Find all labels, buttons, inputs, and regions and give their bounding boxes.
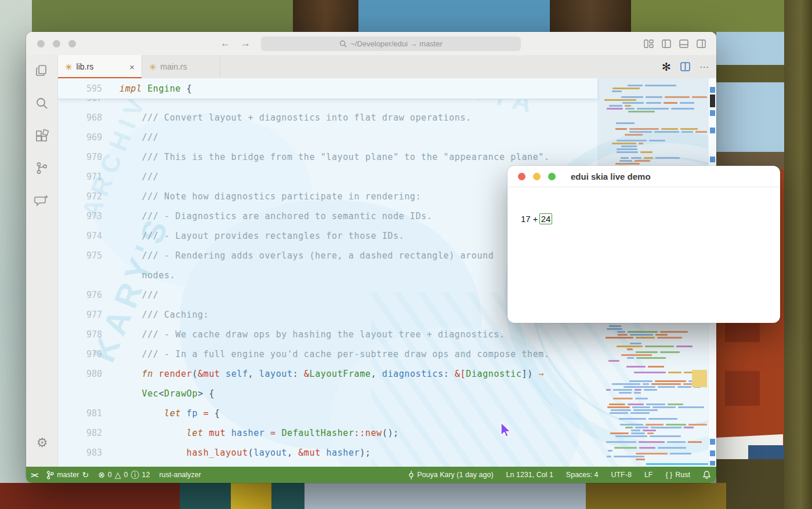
desktop-wallpaper: ← → ~/Developer/edui → master ✳ lib.rs ×: [0, 0, 812, 509]
toggle-secondary-sidebar-icon[interactable]: [697, 39, 706, 48]
demo-window: edui skia live demo 17 + 24: [507, 166, 780, 323]
titlebar[interactable]: ← → ~/Developer/edui → master: [26, 32, 716, 55]
ruler-mark: [710, 157, 715, 162]
line-number: 974: [58, 226, 102, 246]
line-number: 979: [58, 344, 102, 364]
minimap-cyan-marker: [646, 463, 708, 465]
chat-icon[interactable]: [34, 192, 50, 209]
line-number: 977: [58, 305, 102, 325]
code-line: 979 /// - In a full engine you'd cache p…: [58, 344, 597, 364]
commit-icon: [408, 471, 414, 479]
forward-icon[interactable]: →: [241, 38, 251, 49]
wallpaper-bottom-water: [304, 483, 586, 509]
code-line: 978 /// - We cache draw ops by hashing t…: [58, 325, 597, 344]
rust-analyzer-status[interactable]: rust-analyzer: [159, 471, 201, 479]
error-icon: ⊗: [98, 471, 105, 479]
ruler-mark: [710, 461, 715, 466]
ruler-mark: [710, 450, 715, 456]
eol-setting[interactable]: LF: [644, 471, 653, 479]
toggle-panel-icon[interactable]: [679, 39, 688, 48]
close-window-button[interactable]: [518, 173, 525, 180]
expression-boxed-value[interactable]: 24: [539, 213, 553, 224]
line-number: 976: [58, 285, 102, 305]
zoom-window-button[interactable]: [548, 173, 556, 180]
line-number: 982: [58, 423, 102, 443]
extensions-icon[interactable]: [34, 128, 50, 144]
branch-name: master: [57, 471, 79, 479]
sync-icon[interactable]: ↻: [82, 471, 89, 479]
code-line: Vec<DrawOp> {: [58, 384, 597, 403]
ruler-mark: [710, 439, 715, 445]
ruler-mark: [710, 110, 715, 116]
wallpaper-bottom-maroon: [0, 483, 180, 509]
command-center-search[interactable]: ~/Developer/edui → master: [261, 37, 521, 51]
status-bar: >< master ↻ ⊗0 △0 ⓘ12 rust-analyzer Pouy…: [26, 467, 716, 483]
customize-layout-icon[interactable]: [644, 39, 654, 48]
wallpaper-top-blue: [358, 0, 550, 35]
indentation-setting[interactable]: Spaces: 4: [566, 471, 599, 479]
encoding-setting[interactable]: UTF-8: [611, 471, 631, 479]
zoom-window-button[interactable]: [68, 40, 76, 48]
window-controls[interactable]: [37, 40, 76, 48]
wallpaper-top-brown2: [550, 0, 631, 35]
source-control-icon[interactable]: [34, 160, 50, 176]
close-window-button[interactable]: [37, 40, 45, 48]
back-icon[interactable]: ←: [220, 38, 230, 49]
remote-indicator[interactable]: ><: [31, 471, 37, 479]
wallpaper-bottom-yellow: [231, 483, 271, 509]
code-line: 981 let fp = {: [58, 403, 597, 423]
line-number: 981: [58, 403, 102, 423]
code-line: 595impl Engine {: [58, 78, 597, 99]
demo-window-title: edui skia live demo: [571, 172, 651, 181]
ruler-mark: [710, 94, 715, 107]
settings-gear-icon[interactable]: ⚙: [26, 435, 58, 450]
line-number: 980: [58, 364, 102, 384]
search-view-icon[interactable]: [34, 95, 50, 111]
code-line: 970 /// This is the bridge from the "lay…: [58, 147, 597, 167]
branch-indicator[interactable]: master ↻: [46, 471, 89, 479]
minimize-window-button[interactable]: [53, 40, 60, 48]
line-number: 595: [58, 78, 102, 99]
sticky-line: 595impl Engine {: [58, 78, 597, 99]
line-number: 970: [58, 147, 102, 167]
ruler-mark: [710, 87, 715, 93]
line-number: 975: [58, 246, 102, 266]
wallpaper-top-olive: [32, 0, 293, 35]
explorer-icon[interactable]: [34, 63, 50, 79]
wallpaper-frame: [784, 0, 812, 509]
toggle-sidebar-icon[interactable]: [662, 39, 671, 48]
warning-icon: △: [115, 471, 121, 479]
demo-expression: 17 + 24: [521, 213, 552, 224]
cursor-position[interactable]: Ln 1231, Col 1: [506, 471, 553, 479]
wallpaper-window-patch: [725, 371, 760, 406]
language-mode[interactable]: { }Rust: [665, 471, 690, 479]
code-line: 980 fn render(&mut self, layout: &Layout…: [58, 364, 597, 384]
git-blame-info[interactable]: Pouya Kary (1 day ago): [408, 471, 493, 479]
notifications-bell[interactable]: [703, 471, 710, 479]
search-icon: [339, 40, 347, 48]
info-icon: ⓘ: [131, 471, 139, 479]
wallpaper-bottom-khaki: [586, 483, 726, 509]
line-number: 978: [58, 325, 102, 344]
code-line: 968 /// Convert layout + diagnostics int…: [58, 108, 597, 128]
bell-icon: [703, 471, 710, 479]
branch-icon: [46, 471, 54, 479]
minimap-yellow-marker: [692, 370, 707, 387]
demo-window-controls[interactable]: [518, 173, 556, 180]
minimize-window-button[interactable]: [533, 173, 541, 180]
wallpaper-top-brown1: [293, 0, 358, 35]
ruler-mark: [710, 128, 715, 133]
line-number: 972: [58, 187, 102, 206]
line-number: 971: [58, 167, 102, 187]
code-line: 982 let mut hasher = DefaultHasher::new(…: [58, 423, 597, 443]
line-number: 968: [58, 108, 102, 128]
mouse-cursor: [499, 421, 512, 439]
code-line: 983 hash_layout(layout, &mut hasher);: [58, 443, 597, 463]
line-number: 969: [58, 128, 102, 147]
demo-titlebar[interactable]: edui skia live demo: [507, 166, 780, 187]
activity-bar: ⚙: [26, 55, 58, 467]
minimap-viewport[interactable]: [597, 78, 708, 178]
problems-indicator[interactable]: ⊗0 △0 ⓘ12: [98, 471, 150, 479]
code-line: 969 ///: [58, 128, 597, 147]
expression-prefix: 17 +: [521, 214, 538, 224]
